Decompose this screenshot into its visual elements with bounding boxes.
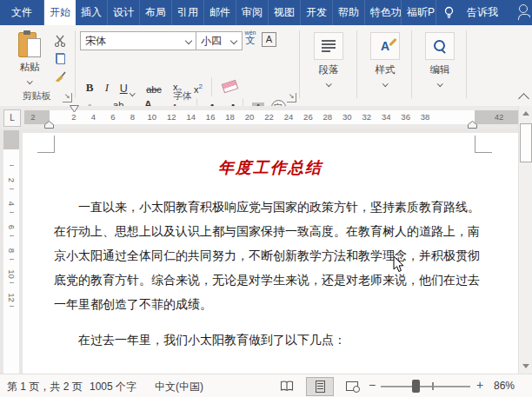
tab-邮件[interactable]: 邮件 [204, 0, 236, 25]
document-body: 一直以来，小太阳教育积极响应党与国家的政策方针，坚持素质教育路线。在行动上、思想… [54, 195, 477, 352]
ruler-number: 42 [492, 112, 506, 122]
format-painter-icon [54, 69, 66, 82]
copy-button[interactable] [50, 50, 70, 67]
document-text-line: 一直以来，小太阳教育积极响应党与国家的政策方针，坚持素质教育路线。 [54, 195, 477, 219]
paste-button[interactable]: 粘贴 [10, 30, 49, 95]
document-text-line: 一年里都创造了不菲的成绩。 [54, 292, 477, 316]
ruler-number: 2 [26, 112, 40, 122]
tab-strip: 开始插入设计布局引用邮件审阅视图开发帮助特色功福昕P [44, 0, 436, 25]
editing-group-label: 编辑 [414, 63, 466, 76]
document-area: 24681012 年度工作总结 一直以来，小太阳教育积极响应党与国家的政策方针，… [0, 129, 519, 374]
font-size-select[interactable]: 小四 [196, 31, 243, 50]
chevron-down-icon [27, 78, 32, 83]
paste-clipboard-icon [18, 30, 41, 58]
print-layout-button[interactable] [306, 377, 334, 396]
ribbon-tab-bar: 文件 开始插入设计布局引用邮件审阅视图开发帮助特色功福昕P 告诉我 [0, 0, 532, 25]
status-bar: 第 1 页，共 2 页 1005 个字 中文(中国) − + 86% [0, 374, 532, 397]
clipboard-dialog-launcher[interactable]: ↘ [63, 93, 72, 103]
tab-特色功[interactable]: 特色功 [365, 0, 402, 25]
read-mode-button[interactable] [274, 377, 300, 394]
search-icon [434, 40, 446, 52]
tab-引用[interactable]: 引用 [172, 0, 204, 25]
crop-mark [37, 152, 55, 153]
underline-button[interactable]: U [114, 78, 140, 95]
font-dialog-launcher[interactable]: ↘ [287, 93, 296, 103]
chevron-down-icon [437, 81, 442, 86]
crop-mark [54, 136, 55, 153]
web-layout-button[interactable] [339, 377, 365, 394]
copy-icon [56, 53, 65, 64]
character-border-button[interactable]: A [262, 32, 276, 47]
paragraph-group[interactable]: 段落 [302, 25, 356, 106]
zoom-in-button[interactable]: + [476, 378, 483, 392]
ruler-number: 6 [106, 112, 120, 122]
font-name-select[interactable]: 宋体 [80, 31, 197, 50]
clipboard-group-label: 剪贴板 [12, 89, 61, 103]
scroll-down-button[interactable] [519, 359, 532, 374]
vertical-scrollbar[interactable] [518, 106, 532, 374]
tab-审阅[interactable]: 审阅 [236, 0, 269, 25]
ruler-number: 20 [243, 112, 256, 122]
ruler-number: 26 [301, 112, 315, 122]
scroll-up-button[interactable] [519, 106, 532, 121]
document-page[interactable]: 年度工作总结 一直以来，小太阳教育积极响应党与国家的政策方针，坚持素质教育路线。… [23, 133, 518, 374]
tab-帮助[interactable]: 帮助 [333, 0, 365, 25]
bold-button[interactable]: B [80, 78, 99, 95]
tab-file[interactable]: 文件 [0, 0, 44, 25]
font-group-label: 字体 [156, 89, 209, 103]
tab-视图[interactable]: 视图 [269, 0, 301, 25]
ruler-number: 14 [184, 112, 198, 122]
language-indicator[interactable]: 中文(中国) [155, 380, 203, 394]
italic-button[interactable]: I [98, 78, 116, 95]
triangle-up-icon [522, 111, 529, 116]
tab-stop-selector[interactable]: L [3, 109, 21, 127]
ruler-number: 6 [7, 220, 17, 235]
paste-label: 粘贴 [10, 61, 49, 74]
zoom-level[interactable]: 86% [494, 380, 515, 392]
ruler-number: 8 [125, 112, 139, 122]
page-indicator[interactable]: 第 1 页，共 2 页 [7, 380, 83, 394]
tab-插入[interactable]: 插入 [76, 0, 108, 25]
paragraph-2: 在过去一年里，我们小太阳教育做到了以下几点： [54, 328, 477, 352]
zoom-center-tick [432, 382, 434, 390]
ribbon: 粘贴 剪贴板 ↘ 宋体 小四 wén [0, 25, 532, 107]
tab-开始[interactable]: 开始 [44, 0, 76, 25]
editing-group[interactable]: 编辑 [414, 25, 466, 106]
word-count[interactable]: 1005 个字 [90, 380, 136, 394]
chevron-down-icon [382, 81, 388, 86]
lightbulb-icon [436, 0, 462, 25]
zoom-slider-handle[interactable] [412, 380, 420, 393]
ruler-number: 34 [379, 112, 393, 122]
tab-福昕P[interactable]: 福昕P [402, 0, 436, 25]
eraser-icon [221, 80, 238, 94]
tab-开发[interactable]: 开发 [301, 0, 333, 25]
ruler-number: 2 [67, 112, 81, 122]
collapse-ribbon-icon[interactable] [518, 93, 529, 104]
styles-group-label: 样式 [359, 63, 411, 76]
right-indent-marker[interactable] [468, 121, 477, 129]
paragraph-1: 一直以来，小太阳教育积极响应党与国家的政策方针，坚持素质教育路线。在行动上、思想… [54, 195, 477, 316]
phonetic-guide-button[interactable]: wén 文 [242, 30, 259, 45]
cut-button[interactable] [50, 32, 70, 50]
tab-tell-me[interactable]: 告诉我 [462, 0, 503, 25]
tab-布局[interactable]: 布局 [140, 0, 172, 25]
triangle-down-icon [522, 364, 529, 368]
first-line-indent-marker[interactable] [70, 105, 79, 113]
chevron-down-icon [185, 37, 192, 44]
ruler-number: 4 [86, 112, 100, 122]
ruler-number: 18 [223, 112, 237, 122]
zoom-slider-track[interactable] [381, 386, 470, 387]
mouse-cursor-icon [393, 256, 405, 274]
styles-group[interactable]: A 样式 [359, 25, 411, 106]
clear-formatting-button[interactable] [217, 78, 242, 95]
tab-设计[interactable]: 设计 [108, 0, 140, 25]
zoom-out-button[interactable]: − [369, 378, 376, 392]
account-icon[interactable] [518, 4, 530, 21]
book-icon [280, 380, 294, 392]
scrollbar-thumb[interactable] [520, 123, 532, 162]
vertical-ruler: 24681012 [3, 130, 19, 374]
format-painter-button[interactable] [50, 67, 70, 84]
ruler-number: 22 [263, 112, 276, 122]
document-text-line: 京小太阳通过全体同仁的共同努力，不断创新教学方法和教学理念，并积极贯彻 [54, 243, 477, 268]
ruler-number: 2 [7, 173, 17, 189]
